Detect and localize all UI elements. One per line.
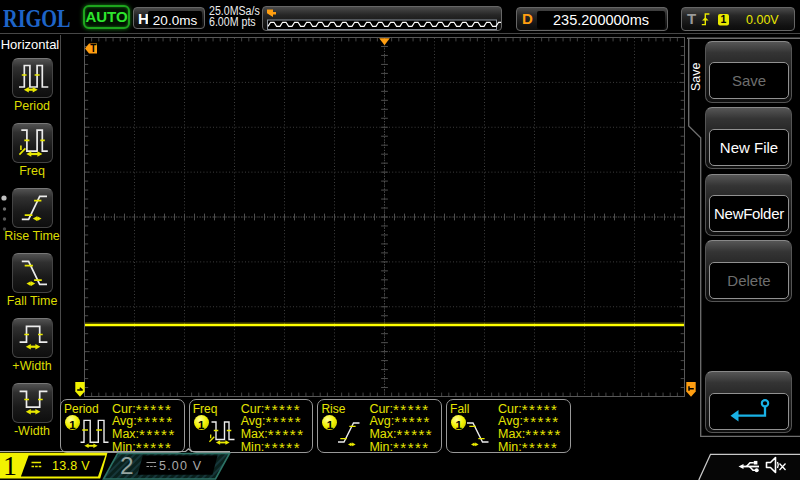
svg-text:5.00 V: 5.00 V	[159, 459, 202, 473]
svg-text:1: 1	[3, 450, 17, 480]
svg-text:T: T	[90, 43, 96, 54]
svg-text:2: 2	[120, 452, 134, 479]
svg-text:13.8 V: 13.8 V	[52, 459, 90, 473]
svg-text:1: 1	[721, 14, 727, 25]
